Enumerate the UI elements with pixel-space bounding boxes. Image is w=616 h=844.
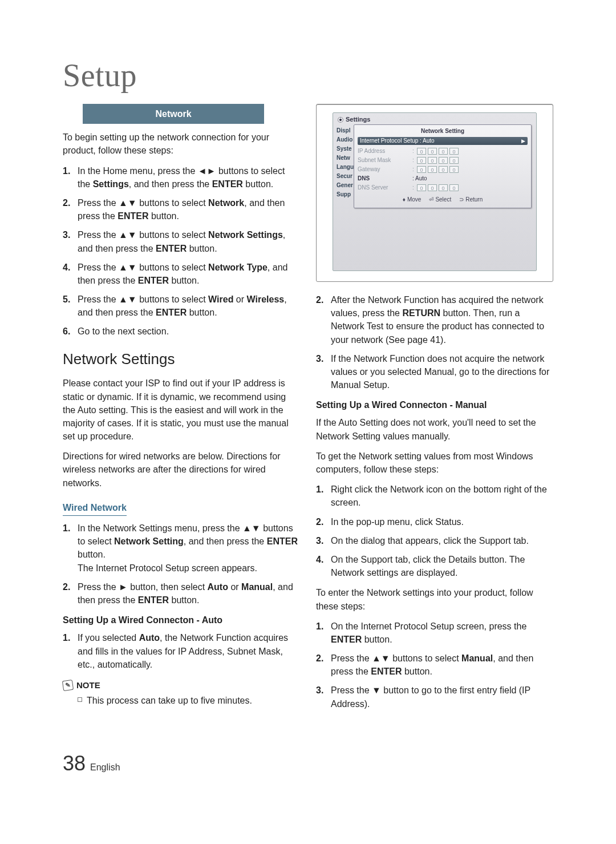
wired-steps: 1. In the Network Settings menu, press t… [63, 522, 300, 607]
step-body: Press the ▲▼ buttons to select Wired or … [78, 293, 300, 319]
tv-dropdown-label: Internet Protocol Setup : Auto [360, 137, 435, 146]
step-num: 5. [63, 293, 78, 319]
note-label: NOTE [76, 679, 100, 692]
step-body: In the pop-up menu, click Status. [331, 515, 553, 528]
setup-steps: 1. In the Home menu, press the ◄► button… [63, 164, 300, 338]
step-num: 2. [63, 196, 78, 223]
tv-screen: Settings Displ Audio Syste Netw Langu Se… [333, 112, 537, 271]
auto-heading: Setting Up a Wired Connecton - Auto [63, 613, 300, 627]
chapter-title: Setup [63, 57, 553, 94]
step-num: 1. [63, 522, 78, 575]
step-num: 2. [316, 293, 331, 346]
step-num: 4. [63, 261, 78, 287]
right-column: Settings Displ Audio Syste Netw Langu Se… [316, 104, 553, 717]
manual-heading: Setting Up a Wired Connecton - Manual [316, 398, 553, 411]
step-num: 3. [316, 352, 331, 392]
step-body: On the Support tab, click the Details bu… [331, 553, 553, 579]
step-body: Go to the next section. [78, 325, 300, 338]
tv-screenshot-frame: Settings Displ Audio Syste Netw Langu Se… [316, 104, 553, 282]
tv-row-gateway: Gateway: 0000 [358, 165, 528, 174]
page-footer: 38 English [63, 752, 553, 776]
auto-steps: 1. If you selected Auto, the Network Fun… [63, 631, 300, 671]
step-num: 3. [316, 684, 331, 710]
tv-foot-select: ⏎ Select [429, 196, 451, 204]
ns-intro-2: Directions for wired networks are below.… [63, 450, 300, 490]
step-body: Press the ▲▼ buttons to select Network S… [78, 228, 300, 255]
manual-steps-a: 1.Right click the Network icon on the bo… [316, 483, 553, 579]
gear-icon [338, 117, 343, 123]
page-number: 38 [63, 752, 86, 776]
step-body: In the Network Settings menu, press the … [78, 522, 300, 575]
tv-dropdown: Internet Protocol Setup : Auto ▶ [358, 137, 528, 145]
step-num: 2. [316, 652, 331, 678]
step-body: On the dialog that appears, click the Su… [331, 534, 553, 547]
step-num: 1. [316, 483, 331, 509]
tv-foot-move: ♦ Move [403, 196, 422, 204]
note-heading: ✎ NOTE [63, 679, 300, 692]
step-num: 1. [316, 620, 331, 646]
intro-text: To begin setting up the network connecti… [63, 131, 300, 157]
left-column: Network To begin setting up the network … [63, 104, 300, 717]
tv-row-ip: IP Address: 0000 [358, 147, 528, 156]
manual-steps-b: 1. On the Internet Protocol Setup screen… [316, 620, 553, 710]
step-body: After the Network Function has acquired … [331, 293, 553, 346]
tv-footer: ♦ Move ⏎ Select ⊃ Return [358, 196, 528, 204]
step-num: 1. [63, 164, 78, 191]
tv-foot-return: ⊃ Return [459, 196, 483, 204]
manual-page: Setup Network To begin setting up the ne… [0, 0, 616, 810]
tv-row-dns: DNS : Auto [358, 174, 528, 183]
step-body: On the Internet Protocol Setup screen, p… [331, 620, 553, 646]
step-body: If the Network Function does not acquire… [331, 352, 553, 392]
page-language: English [90, 762, 120, 773]
note-icon: ✎ [62, 680, 74, 691]
note-text: This process can take up to five minutes… [87, 694, 252, 707]
tv-row-dnsserver: DNS Server: 0000 [358, 183, 528, 192]
tv-settings-label: Settings [346, 115, 370, 124]
tv-panel: Network Setting Internet Protocol Setup … [354, 124, 532, 208]
step-num: 2. [63, 580, 78, 607]
step-body: Press the ▼ button to go to the first en… [331, 684, 553, 710]
tv-row-subnet: Subnet Mask: 0000 [358, 156, 528, 165]
manual-intro-1: If the Auto Setting does not work, you'l… [316, 416, 553, 442]
step-num: 3. [316, 534, 331, 547]
step-num: 6. [63, 325, 78, 338]
note-item: This process can take up to five minutes… [78, 694, 300, 707]
step-body: Right click the Network icon on the bott… [331, 483, 553, 509]
step-body: In the Home menu, press the ◄► buttons t… [78, 164, 300, 191]
step-num: 1. [63, 631, 78, 671]
ns-intro-1: Please contact your ISP to find out if y… [63, 377, 300, 443]
step-num: 2. [316, 515, 331, 528]
wired-network-heading: Wired Network [63, 501, 127, 516]
step-body: Press the ▲▼ buttons to select Network T… [78, 261, 300, 287]
step-num: 4. [316, 553, 331, 579]
step-body: If you selected Auto, the Network Functi… [78, 631, 300, 671]
manual-intro-3: To enter the Network settings into your … [316, 586, 553, 612]
chevron-right-icon: ▶ [521, 138, 525, 145]
tv-panel-title: Network Setting [358, 127, 528, 136]
right-steps-1: 2. After the Network Function has acquir… [316, 293, 553, 391]
bullet-icon [78, 697, 82, 702]
step-num: 3. [63, 228, 78, 255]
step-body: Press the ▲▼ buttons to select Manual, a… [331, 652, 553, 678]
step-body: Press the ▲▼ buttons to select Network, … [78, 196, 300, 223]
step-body: Press the ► button, then select Auto or … [78, 580, 300, 607]
section-bar-network: Network [83, 104, 264, 124]
manual-intro-2: To get the Network setting values from m… [316, 450, 553, 476]
network-settings-heading: Network Settings [63, 349, 300, 370]
